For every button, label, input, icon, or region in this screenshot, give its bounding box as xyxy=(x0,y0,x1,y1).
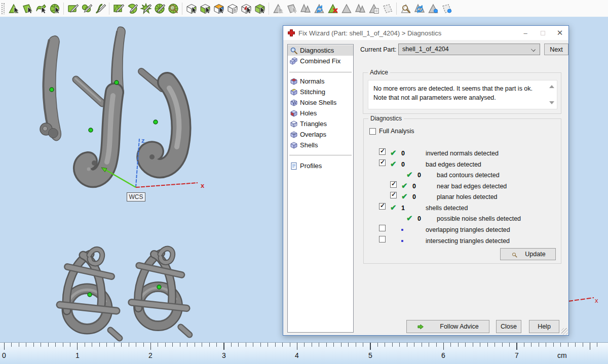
row-count: 1 xyxy=(401,205,405,212)
cube-transparent-select-icon[interactable] xyxy=(225,2,239,16)
ruler-number: 5 xyxy=(368,351,372,359)
sidebar-item-triangles[interactable]: Triangles xyxy=(288,118,353,129)
wheel-selection-icon[interactable] xyxy=(153,2,166,16)
model-hook-right[interactable] xyxy=(141,71,181,168)
toolbar-grip[interactable] xyxy=(2,3,5,14)
row-checkbox[interactable] xyxy=(379,148,386,155)
row-checkbox[interactable] xyxy=(390,192,397,198)
sidebar-item-overlaps[interactable]: Overlaps xyxy=(288,129,353,140)
sidebar-item-stitching[interactable]: Stitching xyxy=(288,87,353,97)
triangle-zoom-icon[interactable] xyxy=(399,2,412,16)
help-button[interactable]: Help xyxy=(529,320,559,333)
triangles-copy-icon[interactable] xyxy=(353,2,367,16)
select-surfaces-icon[interactable] xyxy=(34,2,48,16)
cube-colored-select-icon[interactable] xyxy=(212,2,225,16)
cube-arrows-select-icon[interactable] xyxy=(253,2,267,16)
sidebar-item-profiles[interactable]: Profiles xyxy=(288,160,353,171)
current-part-value: shell_1_of_4204 xyxy=(402,46,449,53)
row-count: 0 xyxy=(401,150,405,157)
sidebar-item-shells[interactable]: Shells xyxy=(288,140,353,150)
toolbar-separator xyxy=(396,3,397,15)
star-selection-icon[interactable] xyxy=(139,2,153,16)
diagnostic-row: 1 shells detected xyxy=(364,203,561,213)
select-shells-icon[interactable] xyxy=(48,2,61,16)
scroll-down-icon[interactable] xyxy=(549,101,554,104)
select-triangles-icon[interactable] xyxy=(7,2,20,16)
triangle-delete-icon[interactable] xyxy=(326,2,339,16)
ruler-number: 3 xyxy=(222,351,226,359)
row-checkbox[interactable] xyxy=(379,225,386,231)
row-checkbox[interactable] xyxy=(379,203,386,210)
maximize-button[interactable] xyxy=(534,26,551,39)
triangle-page-icon[interactable] xyxy=(367,2,381,16)
dialog-title: Fix Wizard (Part: shell_1_of_4204) > Dia… xyxy=(298,29,517,37)
resize-grip[interactable] xyxy=(561,328,568,335)
cube-solid-select-icon[interactable] xyxy=(198,2,212,16)
green-arrow-icon xyxy=(417,323,425,331)
diagnostic-row: intersecting triangles detected xyxy=(364,236,561,246)
row-checkbox[interactable] xyxy=(379,159,386,166)
ok-check-icon xyxy=(390,203,397,212)
ruler-major-ticks xyxy=(4,343,604,350)
minimize-button[interactable]: – xyxy=(517,26,534,39)
sidebar-item-noise-shells[interactable]: Noise Shells xyxy=(288,97,353,108)
sidebar-item-diagnostics[interactable]: Diagnostics xyxy=(288,45,353,56)
sidebar-item-combined-fix[interactable]: Combined Fix xyxy=(288,56,353,66)
part-axis-x: x xyxy=(568,297,598,304)
fan-selection-icon[interactable] xyxy=(125,2,139,16)
triangle-dot-blue-icon[interactable] xyxy=(426,2,440,16)
sidebar-item-holes[interactable]: Holes xyxy=(288,108,353,118)
cube-view-select-icon[interactable] xyxy=(184,2,198,16)
advice-group: Advice No more errors are detected. It s… xyxy=(363,72,561,114)
advice-textbox[interactable]: No more errors are detected. It seems th… xyxy=(368,80,557,109)
triangle-gray-icon[interactable] xyxy=(339,2,353,16)
magnifier-icon xyxy=(290,47,298,55)
ruler-number: 7 xyxy=(515,351,519,359)
follow-advice-button[interactable]: Follow Advice xyxy=(406,320,489,333)
polyline-selection-icon[interactable] xyxy=(93,2,107,16)
diagnostic-row: 0 bad contours detected xyxy=(364,170,561,180)
plane-dashed-icon[interactable] xyxy=(381,2,394,16)
triangle-select-gray-icon[interactable] xyxy=(271,2,285,16)
sidebar-item-label: Noise Shells xyxy=(300,99,336,106)
plane-select-gray-icon[interactable] xyxy=(285,2,298,16)
close-button[interactable]: Close xyxy=(496,320,521,333)
brush-selection-icon[interactable] xyxy=(80,2,93,16)
row-count: 0 xyxy=(401,161,405,168)
plane-circle-icon[interactable] xyxy=(440,2,453,16)
full-analysis-row: Full Analysis xyxy=(369,128,414,135)
select-planes-icon[interactable] xyxy=(20,2,34,16)
full-analysis-checkbox[interactable] xyxy=(369,128,376,135)
diagnostics-group-label: Diagnostics xyxy=(368,115,404,122)
window-selection-icon[interactable] xyxy=(111,2,125,16)
row-checkbox[interactable] xyxy=(390,181,397,188)
triangles-refresh-blue-icon[interactable] xyxy=(412,2,426,16)
row-count: 0 xyxy=(412,183,416,190)
triangle-pair-gray-icon[interactable] xyxy=(298,2,312,16)
toolbar-separator xyxy=(109,3,109,15)
list-separator xyxy=(289,72,352,72)
wheel-zoom-selection-icon[interactable] xyxy=(166,2,180,16)
rectangle-selection-icon[interactable] xyxy=(66,2,80,16)
cube-marker-select-icon[interactable] xyxy=(239,2,253,16)
ruler-number: 2 xyxy=(148,351,153,359)
stitching-cube-icon xyxy=(290,88,298,96)
model-pendant-right[interactable] xyxy=(132,249,189,335)
row-checkbox[interactable] xyxy=(379,236,386,242)
triangles-cube-icon xyxy=(290,120,298,128)
model-hook-middle[interactable] xyxy=(75,27,125,178)
scroll-up-icon[interactable] xyxy=(549,85,554,88)
sidebar-item-normals[interactable]: Normals xyxy=(288,76,353,87)
update-button[interactable]: Update xyxy=(500,248,556,260)
next-button[interactable]: Next xyxy=(544,44,568,55)
triangles-refresh-icon[interactable] xyxy=(312,2,326,16)
x-axis-label: x xyxy=(201,182,205,189)
diagnostic-row: 0 possible noise shells detected xyxy=(364,214,561,224)
close-window-button[interactable]: ✕ xyxy=(551,26,568,39)
profiles-page-icon xyxy=(290,162,298,170)
z-axis-label: z xyxy=(141,137,145,144)
diagnostic-row: 0 near bad edges detected xyxy=(364,181,561,191)
sidebar-item-label: Stitching xyxy=(300,88,325,96)
dialog-titlebar[interactable]: Fix Wizard (Part: shell_1_of_4204) > Dia… xyxy=(283,26,568,40)
current-part-combobox[interactable]: shell_1_of_4204 xyxy=(398,44,540,55)
